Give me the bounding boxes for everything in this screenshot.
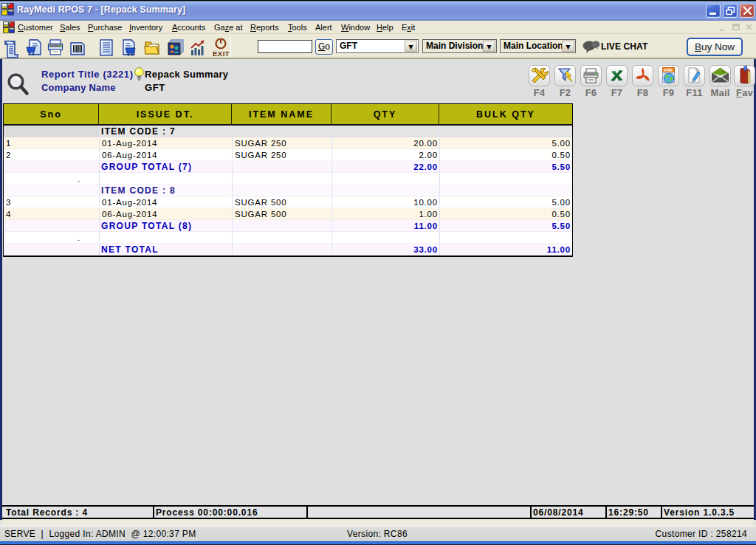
svg-text:HTML: HTML <box>664 69 673 72</box>
svg-text:EXIT: EXIT <box>213 49 230 58</box>
